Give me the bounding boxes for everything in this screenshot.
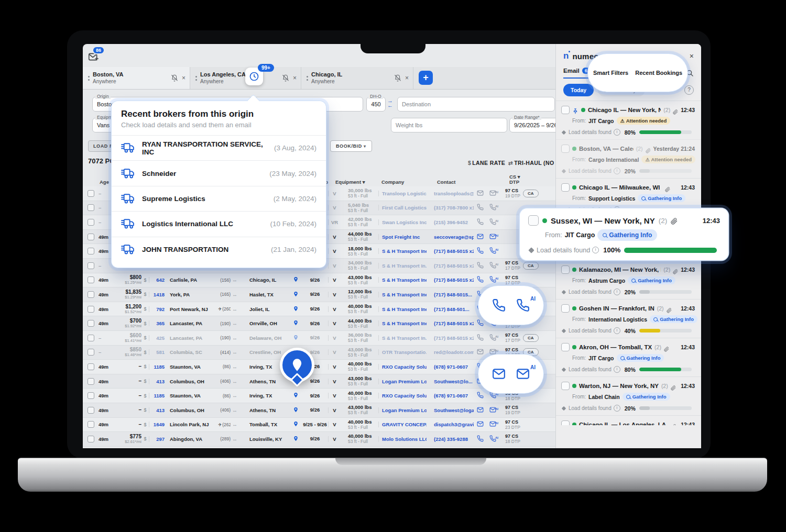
contact-link[interactable]: (678) 971-0607 [427,364,474,370]
company-link[interactable]: OTR Transportatio... [378,349,427,355]
ai-phone-icon[interactable]: AI [516,298,530,312]
contact-link[interactable]: (717) 848-501... [427,306,474,312]
header-cs-dtp[interactable]: CS ▾DTP [509,174,533,185]
lane-rate-toggle[interactable]: $LANE RATE [468,160,505,166]
contact-link[interactable]: (317) 708-7800 x1 [427,205,474,210]
broker-item[interactable]: JOHN TRANSPORTATION (21 Jan, 2024) [112,237,326,262]
contact-action-icon[interactable] [474,435,486,443]
contact-action-icon[interactable] [474,334,486,342]
row-checkbox[interactable] [88,248,94,254]
company-link[interactable]: RXO Capacity Solut... [378,393,427,398]
dollar-icon[interactable]: $ [141,278,149,283]
info-icon[interactable]: i [592,247,599,253]
destination-input[interactable]: Destination [397,97,555,112]
company-link[interactable]: S & H Transport Inc... [378,248,427,254]
booking-entry[interactable]: Chicago IL — Los Angeles, LA 12:43 From:… [556,415,701,425]
contact-action-icon[interactable] [474,233,486,241]
map-pin-icon[interactable] [289,421,302,428]
booking-entry[interactable]: Goshen IN — Frankfort, IN (2) 12:43 From… [556,299,701,338]
contact-link[interactable]: translooploads@tr... [427,191,474,196]
entry-checkbox[interactable] [561,183,570,192]
contact-ai-action-icon[interactable]: AI [486,247,499,255]
map-pin-icon[interactable] [289,335,302,341]
row-checkbox[interactable] [88,378,94,385]
dollar-icon[interactable]: $ [141,436,149,441]
row-checkbox[interactable] [88,190,94,197]
tri-haul-toggle[interactable]: ⇄TRI-HAUL (NO RATE) [508,160,555,166]
trip-miles-link[interactable]: 581 [149,349,166,355]
trip-miles-link[interactable]: 413 [149,379,166,384]
highlighted-booking-card[interactable]: Sussex, WI — New York, NY (2) 12:43 From… [520,208,728,260]
company-link[interactable]: S & H Transport In... [378,263,427,269]
trip-miles-link[interactable]: 365 [149,320,166,326]
contact-link[interactable]: seccoverage@spot... [427,234,474,240]
row-checkbox[interactable] [88,421,94,428]
contact-action-icon[interactable] [474,392,486,400]
info-icon[interactable]: i [614,327,620,334]
tab-email[interactable]: Email 6 [563,68,590,79]
map-pin-icon[interactable] [289,276,302,283]
contact-link[interactable]: (717) 848-5015 x2157 [427,263,474,269]
company-link[interactable]: Spot Freight Inc [378,234,427,240]
contact-link[interactable]: (717) 848-5015 x2157 [427,277,474,283]
dollar-icon[interactable]: $ [141,379,149,384]
booking-entry[interactable]: Chicago IL — New York, NY (2) 12:43 From… [556,101,701,139]
row-checkbox[interactable] [88,436,94,442]
dollar-icon[interactable]: $ [141,364,149,369]
company-link[interactable]: Logan Premium Lo... [378,407,427,413]
map-pin-icon[interactable] [289,306,302,313]
company-link[interactable]: S & H Transport Inc... [378,306,427,312]
booking-entry[interactable]: Kalamazoo, MI — New York, NY (2) 12:43 F… [556,260,701,299]
tab-chicago[interactable]: Chicago, IL Anywhere × [301,67,413,89]
company-link[interactable]: S & H Transport Inc... [378,320,427,326]
row-checkbox[interactable] [88,392,94,399]
company-link[interactable]: First Call Logistics... [378,205,427,210]
contact-action-icon[interactable] [474,276,486,284]
company-link[interactable]: RXO Capacity Solut... [378,364,427,370]
dollar-icon[interactable]: $ [141,350,149,355]
row-checkbox[interactable] [88,363,94,370]
row-checkbox[interactable] [88,204,94,211]
entry-checkbox[interactable] [561,145,570,153]
weight-input[interactable]: Weight lbs [391,118,507,132]
info-icon[interactable]: i [614,289,620,295]
date-range-input[interactable]: 9/26/2025 – 9/26/2025 [509,118,555,132]
trip-miles-link[interactable]: 297 [149,436,166,442]
dollar-icon[interactable]: $ [141,292,149,297]
trip-miles-link[interactable]: 1185 [149,393,166,398]
row-checkbox[interactable] [88,306,94,313]
contact-ai-action-icon[interactable]: AI [486,435,499,443]
company-link[interactable]: S & H Transport Inc... [378,277,427,283]
close-tab-icon[interactable]: × [405,74,409,82]
bell-off-icon[interactable] [394,74,401,82]
row-checkbox[interactable] [88,262,94,269]
dollar-icon[interactable]: $ [141,321,149,326]
dollar-icon[interactable]: $ [141,306,149,312]
load-table-row[interactable]: 49m $800$1.25*/mi $ 642 Carlisle, PA ✈(1… [83,273,555,288]
close-sidebar-icon[interactable]: × [690,52,694,60]
company-link[interactable]: S & H Transport Inc... [378,292,427,297]
contact-action-icon[interactable] [474,348,486,356]
broker-item[interactable]: Schneider (23 May, 2024) [112,161,326,186]
header-contact[interactable]: Contact [437,179,509,185]
dollar-icon[interactable]: $ [141,335,149,340]
entry-checkbox[interactable] [561,106,570,114]
trip-miles-link[interactable]: 425 [149,335,166,341]
entry-checkbox[interactable] [561,343,570,351]
close-tab-icon[interactable]: × [293,74,297,82]
contact-action-icon[interactable] [474,406,486,414]
broker-item[interactable]: Logistics International LLC (10 Feb, 202… [112,212,326,237]
contact-action-icon[interactable] [474,262,486,270]
book-bid-button[interactable]: BOOK/BID ▾ [330,140,372,152]
header-company[interactable]: Company [378,179,437,185]
recent-bookings-label[interactable]: Recent Bookings [635,70,682,76]
close-tab-icon[interactable]: × [182,74,185,82]
contact-action-icon[interactable] [474,319,486,327]
contact-ai-action-icon[interactable]: AI [486,262,499,270]
company-link[interactable]: Logan Premium Lo... [378,379,427,384]
booking-entry[interactable]: Warton, NJ — New York, NY (2) 12:43 From… [556,376,701,415]
contact-link[interactable]: (717) 848-5015 x2157 [427,248,474,254]
trip-miles-link[interactable]: 792 [149,306,166,312]
load-table-row[interactable]: 49m – $ 1649 Lincoln Park, NJ ✈(262) ↔ T… [83,418,555,433]
map-pin-icon[interactable] [289,392,302,399]
